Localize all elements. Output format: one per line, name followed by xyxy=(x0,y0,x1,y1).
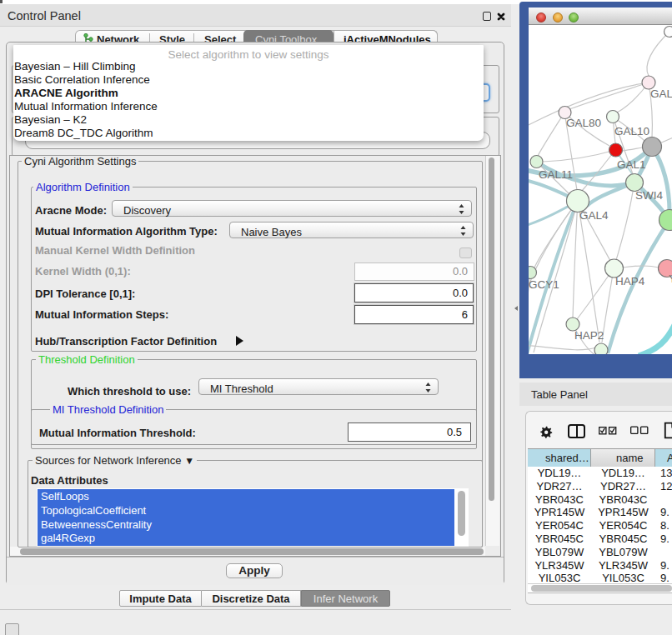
svg-text:GAL4: GAL4 xyxy=(579,209,609,222)
svg-text:GAL: GAL xyxy=(650,88,672,100)
svg-text:GAL1: GAL1 xyxy=(617,158,646,171)
svg-text:HAP4: HAP4 xyxy=(615,275,645,288)
svg-text:GAL80: GAL80 xyxy=(566,117,601,129)
svg-text:GAL10: GAL10 xyxy=(614,125,649,138)
svg-text:Y: Y xyxy=(669,272,672,285)
svg-text:GCY1: GCY1 xyxy=(529,278,559,291)
svg-text:HAP2: HAP2 xyxy=(574,329,604,342)
svg-text:SWI4: SWI4 xyxy=(635,189,663,202)
svg-text:GAL11: GAL11 xyxy=(539,168,573,181)
